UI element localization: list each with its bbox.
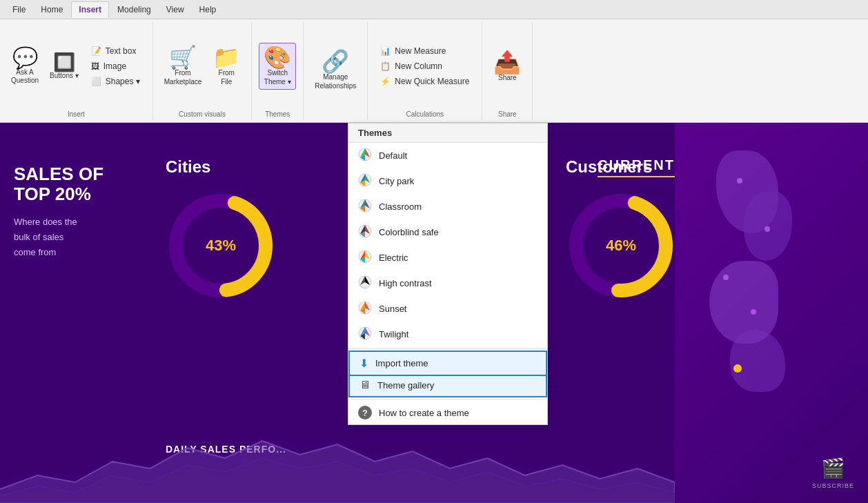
sales-subtitle: Where does thebulk of salescome from xyxy=(14,215,103,260)
themes-label: Themes xyxy=(265,110,290,119)
text-box-button[interactable]: 📝 Text box xyxy=(86,44,146,58)
current-panel: CURRENT xyxy=(598,157,675,177)
text-box-icon: 📝 xyxy=(91,46,101,56)
theme-classroom-icon xyxy=(358,199,372,215)
current-title: CURRENT xyxy=(598,157,675,177)
ribbon-group-insert: 💬 Ask AQuestion 🔲 Buttons ▾ 📝 Text box 🖼 xyxy=(0,22,153,119)
theme-city-park-icon xyxy=(358,173,372,189)
theme-sunset-icon xyxy=(358,301,372,317)
tab-modeling[interactable]: Modeling xyxy=(110,2,158,17)
manage-relationships-button[interactable]: 🔗 ManageRelationships xyxy=(310,48,360,93)
theme-gallery-item[interactable]: 🖥 Theme gallery xyxy=(348,376,547,397)
theme-colorblind-safe[interactable]: Colorblind safe xyxy=(348,219,547,245)
ribbon: File Home Insert Modeling View Help 💬 As… xyxy=(0,0,868,123)
theme-default-icon xyxy=(358,148,372,164)
ribbon-group-custom-visuals: 🛒 FromMarketplace 📁 FromFile Custom visu… xyxy=(153,22,252,119)
theme-high-contrast-label: High contrast xyxy=(379,278,432,288)
dropdown-divider-2 xyxy=(348,399,547,400)
image-button[interactable]: 🖼 Image xyxy=(86,59,146,73)
theme-gallery-label: Theme gallery xyxy=(377,380,434,391)
subscribe-badge: 🎬 SUBSCRIBE xyxy=(812,457,854,489)
insert-group-label: Insert xyxy=(68,110,85,119)
tab-insert[interactable]: Insert xyxy=(71,1,109,18)
calculations-label: Calculations xyxy=(406,110,444,119)
buttons-button[interactable]: 🔲 Buttons ▾ xyxy=(46,50,83,83)
customers-percent: 46% xyxy=(606,237,636,255)
theme-sunset[interactable]: Sunset xyxy=(348,296,547,322)
theme-twilight-label: Twilight xyxy=(379,329,408,339)
tab-help[interactable]: Help xyxy=(193,2,224,17)
map-area: 🎬 SUBSCRIBE xyxy=(675,123,868,503)
tab-file[interactable]: File xyxy=(6,2,32,17)
theme-classroom-label: Classroom xyxy=(379,201,422,212)
manage-relationships-icon: 🔗 xyxy=(322,50,349,72)
theme-colorblind-label: Colorblind safe xyxy=(379,227,439,237)
theme-city-park[interactable]: City park xyxy=(348,168,547,194)
import-icon: ⬇ xyxy=(359,357,368,370)
import-theme-label: Import theme xyxy=(375,358,428,368)
theme-colorblind-icon xyxy=(358,224,372,240)
theme-sunset-label: Sunset xyxy=(379,304,406,314)
subscribe-text: SUBSCRIBE xyxy=(812,482,854,489)
ribbon-group-manage: 🔗 ManageRelationships xyxy=(304,22,368,119)
from-marketplace-button[interactable]: 🛒 FromMarketplace xyxy=(160,43,206,89)
new-quick-measure-icon: ⚡ xyxy=(380,77,391,86)
dropdown-divider xyxy=(348,348,547,349)
tab-home[interactable]: Home xyxy=(34,2,70,17)
ribbon-tab-bar: File Home Insert Modeling View Help xyxy=(0,0,868,19)
theme-twilight-icon xyxy=(358,326,372,342)
theme-default-label: Default xyxy=(379,150,407,161)
import-theme-item[interactable]: ⬇ Import theme xyxy=(348,351,547,376)
customers-donut: 46% xyxy=(566,190,676,301)
custom-visuals-label: Custom visuals xyxy=(179,110,226,119)
new-quick-measure-button[interactable]: ⚡ New Quick Measure xyxy=(375,75,475,88)
new-measure-icon: 📊 xyxy=(380,46,391,56)
wave-svg xyxy=(0,420,675,503)
image-icon: 🖼 xyxy=(91,61,99,71)
subscribe-icon: 🎬 xyxy=(821,457,845,480)
new-measure-button[interactable]: 📊 New Measure xyxy=(375,44,475,58)
how-to-create-item[interactable]: ? How to create a theme xyxy=(348,401,547,424)
themes-dropdown: Themes Default City park Classroom Color… xyxy=(348,123,548,425)
new-column-icon: 📋 xyxy=(380,61,391,71)
sales-panel: SALES OFTOP 20% Where does thebulk of sa… xyxy=(14,164,103,260)
switch-theme-icon: 🎨 xyxy=(264,46,291,68)
theme-high-contrast[interactable]: High contrast xyxy=(348,270,547,296)
buttons-icon: 🔲 xyxy=(53,53,75,71)
tab-view[interactable]: View xyxy=(159,2,191,17)
wave-area xyxy=(0,420,675,503)
switch-theme-button[interactable]: 🎨 SwitchTheme ▾ xyxy=(259,43,296,90)
theme-high-contrast-icon xyxy=(358,275,372,291)
how-to-create-label: How to create a theme xyxy=(379,408,469,418)
new-column-button[interactable]: 📋 New Column xyxy=(375,59,475,73)
ask-question-button[interactable]: 💬 Ask AQuestion xyxy=(7,45,43,88)
themes-dropdown-header: Themes xyxy=(348,124,547,143)
theme-twilight[interactable]: Twilight xyxy=(348,322,547,347)
ask-question-icon: 💬 xyxy=(12,48,38,68)
theme-electric-icon xyxy=(358,250,372,266)
from-file-button[interactable]: 📁 FromFile xyxy=(208,43,244,89)
ribbon-group-share: 📤 Share Share xyxy=(482,22,533,119)
shapes-icon: ⬜ xyxy=(91,77,101,86)
theme-classroom[interactable]: Classroom xyxy=(348,194,547,219)
cities-percent: 43% xyxy=(206,237,236,255)
cities-donut: 43% xyxy=(166,190,276,301)
shapes-button[interactable]: ⬜ Shapes ▾ xyxy=(86,75,146,88)
publish-button[interactable]: 📤 Share xyxy=(489,48,525,85)
from-file-icon: 📁 xyxy=(213,46,240,68)
from-marketplace-icon: 🛒 xyxy=(169,46,197,68)
sales-title: SALES OFTOP 20% xyxy=(14,164,103,204)
ribbon-group-themes: 🎨 SwitchTheme ▾ Themes xyxy=(252,22,304,119)
theme-electric[interactable]: Electric xyxy=(348,245,547,270)
share-label: Share xyxy=(498,110,517,119)
theme-city-park-label: City park xyxy=(379,176,414,186)
cities-panel: Cities 43% xyxy=(166,157,276,301)
customers-panel: Customers 46% xyxy=(566,157,676,301)
publish-icon: 📤 xyxy=(493,51,521,73)
cities-title: Cities xyxy=(166,157,276,177)
theme-electric-label: Electric xyxy=(379,253,408,263)
theme-default[interactable]: Default xyxy=(348,143,547,168)
ribbon-content: 💬 Ask AQuestion 🔲 Buttons ▾ 📝 Text box 🖼 xyxy=(0,19,868,122)
ribbon-group-calculations: 📊 New Measure 📋 New Column ⚡ New Quick M… xyxy=(368,22,482,119)
monitor-icon: 🖥 xyxy=(359,379,371,391)
